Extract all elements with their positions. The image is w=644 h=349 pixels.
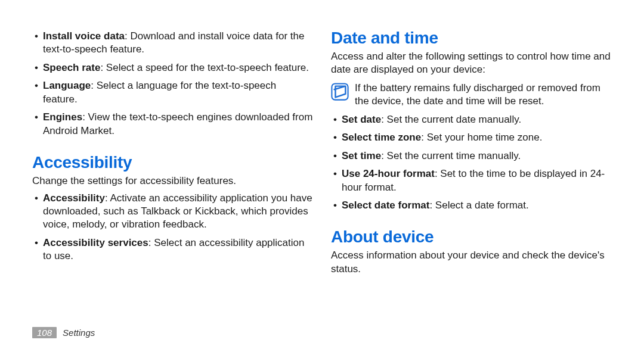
list-item: Set date: Set the current date manually. xyxy=(331,113,612,126)
page-footer: 108 Settings xyxy=(32,327,95,338)
list-item: Select date format: Select a date format… xyxy=(331,199,612,212)
note-icon xyxy=(331,83,349,101)
option-desc: : Set your home time zone. xyxy=(421,132,542,143)
option-term: Set time xyxy=(342,150,381,161)
option-desc: : Set the current date manually. xyxy=(381,114,521,125)
list-item: Speech rate: Select a speed for the text… xyxy=(32,61,313,74)
option-term: Accessibility xyxy=(43,192,105,204)
accessibility-list: Accessibility: Activate an accessibility… xyxy=(32,192,313,263)
list-item: Select time zone: Set your home time zon… xyxy=(331,131,612,144)
option-desc: : View the text-to-speech engines downlo… xyxy=(43,111,312,136)
list-item: Install voice data: Download and install… xyxy=(32,30,313,57)
option-term: Accessibility services xyxy=(43,237,148,248)
list-item: Engines: View the text-to-speech engines… xyxy=(32,111,313,138)
option-desc: : Select a speed for the text-to-speech … xyxy=(100,62,309,73)
note-text: If the battery remains fully discharged … xyxy=(355,82,612,108)
date-time-heading: Date and time xyxy=(331,29,612,48)
option-desc: : Select a date format. xyxy=(429,200,528,211)
accessibility-intro: Change the settings for accessibility fe… xyxy=(32,174,313,188)
info-note: If the battery remains fully discharged … xyxy=(331,82,612,108)
option-term: Engines xyxy=(43,111,82,123)
list-item: Language: Select a language for the text… xyxy=(32,79,313,106)
option-term: Install voice data xyxy=(43,30,125,42)
option-term: Set date xyxy=(342,114,381,125)
option-desc: : Set the current time manually. xyxy=(381,150,521,161)
left-column: Install voice data: Download and install… xyxy=(32,29,313,322)
tts-options-list: Install voice data: Download and install… xyxy=(32,30,313,138)
list-item: Accessibility: Activate an accessibility… xyxy=(32,192,313,232)
option-term: Use 24-hour format xyxy=(342,168,435,179)
accessibility-heading: Accessibility xyxy=(32,153,313,172)
option-term: Select date format xyxy=(342,200,429,211)
about-device-intro: Access information about your device and… xyxy=(331,249,612,276)
date-time-list: Set date: Set the current date manually.… xyxy=(331,113,612,213)
option-term: Language xyxy=(43,80,91,91)
list-item: Use 24-hour format: Set to the time to b… xyxy=(331,167,612,194)
page-number: 108 xyxy=(32,327,57,338)
list-item: Accessibility services: Select an access… xyxy=(32,236,313,263)
list-item: Set time: Set the current time manually. xyxy=(331,149,612,163)
right-column: Date and time Access and alter the follo… xyxy=(331,29,612,322)
date-time-intro: Access and alter the following settings … xyxy=(331,50,612,77)
option-term: Speech rate xyxy=(43,62,100,73)
option-term: Select time zone xyxy=(342,132,421,143)
page-content: Install voice data: Download and install… xyxy=(0,0,644,322)
about-device-heading: About device xyxy=(331,228,612,247)
section-label: Settings xyxy=(63,328,95,338)
